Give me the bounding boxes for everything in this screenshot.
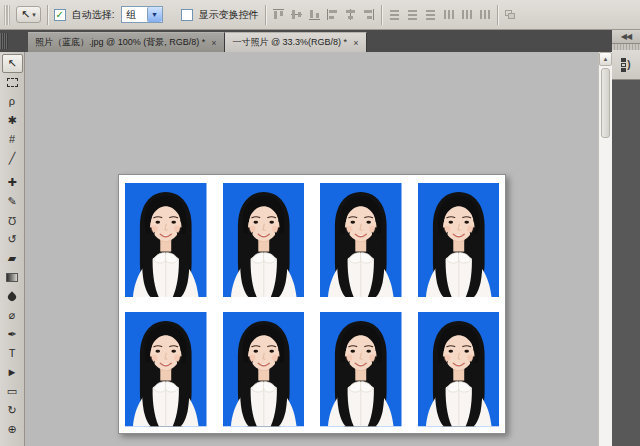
auto-select-label: 自动选择: bbox=[72, 8, 115, 22]
marquee-tool[interactable] bbox=[2, 73, 23, 92]
align-horizontal-centers-icon[interactable] bbox=[344, 8, 357, 21]
close-icon[interactable]: × bbox=[352, 38, 359, 48]
dodge-tool-icon: ⌀ bbox=[9, 310, 16, 321]
auto-select-mode-dropdown[interactable]: 组 ▼ bbox=[121, 6, 163, 23]
document-canvas[interactable] bbox=[118, 174, 506, 434]
options-bar-gripper bbox=[4, 5, 10, 25]
document-tab-2[interactable]: 一寸照片 @ 33.3%(RGB/8) *× bbox=[225, 32, 367, 52]
id-photo-5[interactable] bbox=[125, 312, 207, 426]
chevron-down-icon: ▾ bbox=[32, 11, 36, 19]
document-tab-bar: 照片（蓝底）.jpg @ 100% (背景, RGB/8) *×一寸照片 @ 3… bbox=[0, 30, 612, 52]
id-photo-2[interactable] bbox=[223, 183, 305, 297]
align-top-edges-icon[interactable] bbox=[272, 8, 285, 21]
move-tool[interactable]: ↖ bbox=[2, 54, 23, 73]
history-brush-tool[interactable]: ↺ bbox=[2, 230, 23, 249]
align-bottom-edges-icon[interactable] bbox=[308, 8, 321, 21]
distribute-left-edges-icon[interactable] bbox=[442, 8, 455, 21]
pen-tool[interactable]: ✒ bbox=[2, 325, 23, 344]
crop-tool-icon: # bbox=[9, 134, 15, 145]
move-tool-icon: ↖ bbox=[7, 58, 16, 69]
id-photo-4[interactable] bbox=[418, 183, 500, 297]
auto-align-layers-icon[interactable] bbox=[504, 8, 517, 21]
show-transform-label: 显示变换控件 bbox=[199, 8, 259, 22]
lasso-tool[interactable]: ρ bbox=[2, 92, 23, 111]
type-tool[interactable]: T bbox=[2, 344, 23, 363]
pen-tool-icon: ✒ bbox=[7, 329, 16, 340]
collapsed-panel-icon bbox=[621, 58, 626, 72]
id-photo-6[interactable] bbox=[223, 312, 305, 426]
type-tool-icon: T bbox=[9, 348, 16, 359]
auto-select-checkbox[interactable]: ✓ bbox=[54, 9, 66, 21]
align-vertical-centers-icon[interactable] bbox=[290, 8, 303, 21]
path-selection-tool[interactable]: ► bbox=[2, 363, 23, 382]
clone-stamp-tool[interactable]: Ω bbox=[2, 211, 23, 230]
divider bbox=[497, 5, 498, 25]
dropdown-arrow-icon[interactable]: ▼ bbox=[147, 7, 162, 22]
align-icons-group bbox=[272, 8, 375, 21]
auto-select-mode-value: 组 bbox=[127, 8, 137, 22]
document-tab-1[interactable]: 照片（蓝底）.jpg @ 100% (背景, RGB/8) *× bbox=[28, 32, 225, 52]
shape-tool-icon: ▭ bbox=[7, 386, 17, 397]
vertical-scrollbar[interactable]: ▲ bbox=[598, 52, 612, 446]
id-photo-8[interactable] bbox=[418, 312, 500, 426]
eyedropper-tool[interactable]: ╱ bbox=[2, 149, 23, 168]
id-photo-1[interactable] bbox=[125, 183, 207, 297]
show-transform-checkbox[interactable] bbox=[181, 9, 193, 21]
spot-healing-brush-tool-icon: ✚ bbox=[7, 177, 16, 188]
id-photo-7[interactable] bbox=[320, 312, 402, 426]
canvas-area[interactable]: ▲ bbox=[25, 52, 612, 446]
shape-tool[interactable]: ▭ bbox=[2, 382, 23, 401]
quick-selection-tool-icon: ✱ bbox=[7, 115, 16, 126]
tab-title: 一寸照片 @ 33.3%(RGB/8) * bbox=[232, 36, 347, 49]
divider bbox=[381, 5, 382, 25]
collapsed-panel-icon: ) bbox=[627, 59, 630, 70]
blur-tool[interactable] bbox=[2, 287, 23, 306]
dock-collapse-button[interactable]: ◀◀ bbox=[612, 30, 640, 44]
move-tool-icon: ↖ bbox=[21, 9, 30, 20]
scroll-up-arrow-icon[interactable]: ▲ bbox=[599, 52, 612, 66]
quick-selection-tool[interactable]: ✱ bbox=[2, 111, 23, 130]
id-photo-3[interactable] bbox=[320, 183, 402, 297]
brush-tool[interactable]: ✎ bbox=[2, 192, 23, 211]
distribute-top-edges-icon[interactable] bbox=[388, 8, 401, 21]
3d-rotate-tool-icon: ↻ bbox=[7, 405, 16, 416]
toolbox: ↖ρ✱#╱✚✎Ω↺▰⌀✒T►▭↻⊕ bbox=[0, 52, 25, 446]
dodge-tool[interactable]: ⌀ bbox=[2, 306, 23, 325]
brush-tool-icon: ✎ bbox=[7, 196, 16, 207]
gradient-tool[interactable] bbox=[2, 268, 23, 287]
distribute-icons-group bbox=[388, 8, 491, 21]
path-selection-tool-icon: ► bbox=[7, 367, 18, 378]
spot-healing-brush-tool[interactable]: ✚ bbox=[2, 173, 23, 192]
3d-rotate-tool[interactable]: ↻ bbox=[2, 401, 23, 420]
3d-pan-tool-icon: ⊕ bbox=[7, 424, 16, 435]
panel-dock: ◀◀ ) bbox=[612, 30, 640, 446]
eyedropper-tool-icon: ╱ bbox=[9, 153, 16, 164]
align-left-edges-icon[interactable] bbox=[326, 8, 339, 21]
tab-title: 照片（蓝底）.jpg @ 100% (背景, RGB/8) * bbox=[35, 36, 205, 49]
photo-sheet bbox=[119, 175, 505, 433]
distribute-horizontal-centers-icon[interactable] bbox=[460, 8, 473, 21]
history-brush-tool-icon: ↺ bbox=[7, 234, 16, 245]
marquee-tool-icon bbox=[7, 78, 18, 87]
collapsed-panel-button[interactable]: ) bbox=[612, 50, 640, 80]
photoshop-window: ↖ ▾ ✓ 自动选择: 组 ▼ 显示变换控件 照片（蓝底）.jpg @ 100%… bbox=[0, 0, 640, 446]
eraser-tool[interactable]: ▰ bbox=[2, 249, 23, 268]
lasso-tool-icon: ρ bbox=[9, 96, 15, 107]
close-icon[interactable]: × bbox=[210, 38, 217, 48]
gradient-tool-icon bbox=[6, 273, 18, 282]
blur-tool-icon bbox=[6, 291, 17, 302]
eraser-tool-icon: ▰ bbox=[8, 253, 16, 264]
3d-pan-tool[interactable]: ⊕ bbox=[2, 420, 23, 439]
scrollbar-thumb[interactable] bbox=[601, 68, 610, 138]
distribute-vertical-centers-icon[interactable] bbox=[406, 8, 419, 21]
divider bbox=[47, 5, 48, 25]
distribute-bottom-edges-icon[interactable] bbox=[424, 8, 437, 21]
distribute-right-edges-icon[interactable] bbox=[478, 8, 491, 21]
toolbox-gripper bbox=[0, 33, 8, 49]
crop-tool[interactable]: # bbox=[2, 130, 23, 149]
clone-stamp-tool-icon: Ω bbox=[8, 215, 16, 226]
align-right-edges-icon[interactable] bbox=[362, 8, 375, 21]
divider bbox=[265, 5, 266, 25]
options-bar: ↖ ▾ ✓ 自动选择: 组 ▼ 显示变换控件 bbox=[0, 0, 640, 30]
tool-preset-picker[interactable]: ↖ ▾ bbox=[16, 6, 41, 23]
